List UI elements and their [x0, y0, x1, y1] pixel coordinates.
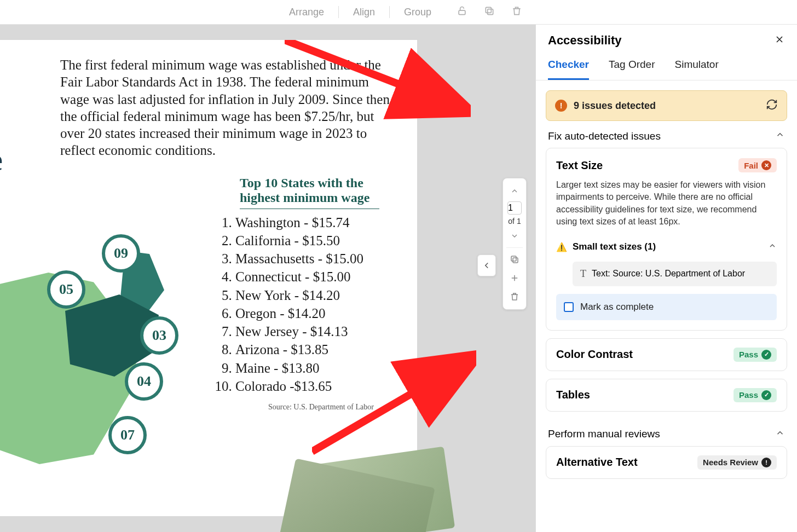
add-page-button[interactable]	[503, 269, 526, 287]
text-size-card: Text Size Fail✕ Larger text sizes may be…	[546, 148, 787, 331]
page-controls: 1 of 1	[503, 178, 527, 310]
chevron-up-icon	[775, 428, 785, 441]
align-button[interactable]: Align	[339, 7, 389, 18]
text-icon: T	[580, 268, 586, 280]
manual-reviews-section[interactable]: Perform manual reviews	[546, 419, 787, 446]
status-badge-pass: Pass✓	[734, 348, 777, 362]
arrange-button[interactable]: Arrange	[275, 7, 338, 18]
alert-icon: !	[555, 100, 567, 112]
svg-line-6	[285, 40, 454, 106]
list-item: California - $15.50	[235, 232, 395, 250]
map-badge-09: 09	[102, 234, 140, 273]
page-number[interactable]: 1	[507, 201, 522, 215]
issues-alert: ! 9 issues detected	[546, 90, 787, 121]
delete-page-button[interactable]	[503, 287, 526, 306]
list-item: Massachusetts - $15.00	[235, 250, 395, 268]
map-badge-07: 07	[108, 416, 147, 454]
top10-heading: Top 10 States with the highest minimum w…	[240, 176, 379, 209]
svg-rect-2	[486, 7, 491, 13]
list-item: Washington - $15.74	[235, 213, 395, 232]
collapse-panel-button[interactable]	[477, 255, 496, 276]
issue-item[interactable]: T Text: Source: U.S. Department of Labor	[573, 262, 777, 286]
copy-page-button[interactable]	[503, 250, 526, 269]
map-badge-03: 03	[140, 316, 178, 355]
list-item: Connecticut - $15.00	[235, 268, 395, 286]
alert-text: 9 issues detected	[574, 100, 759, 112]
status-badge-pass: Pass✓	[734, 388, 777, 402]
small-text-subsection[interactable]: ⚠️Small text sizes (1)	[556, 237, 777, 257]
svg-rect-0	[459, 10, 465, 14]
chevron-up-icon	[768, 241, 777, 253]
page-down-button[interactable]	[503, 227, 526, 245]
annotation-arrow	[285, 40, 471, 122]
card-title: Text Size	[556, 159, 603, 172]
tab-tag-order[interactable]: Tag Order	[609, 53, 655, 80]
chevron-up-icon	[775, 130, 785, 142]
list-item: New Jersey - $14.13	[235, 322, 395, 340]
canvas-area[interactable]: ge The first federal minimum wage was es…	[0, 25, 535, 532]
page-up-button[interactable]	[503, 182, 526, 200]
lock-icon[interactable]	[457, 5, 467, 19]
trash-icon[interactable]	[511, 5, 522, 19]
group-button[interactable]: Group	[390, 7, 446, 18]
accessibility-panel: Accessibility Checker Tag Order Simulato…	[535, 25, 797, 532]
status-badge-needs-review: Needs Review!	[697, 455, 777, 470]
duplicate-icon[interactable]	[484, 5, 495, 19]
top-toolbar: Arrange Align Group	[0, 0, 797, 25]
panel-tabs: Checker Tag Order Simulator	[536, 53, 797, 80]
list-item: New York - $14.20	[235, 286, 395, 304]
svg-rect-4	[511, 256, 516, 261]
panel-title: Accessibility	[548, 33, 622, 48]
mark-complete-row[interactable]: Mark as complete	[556, 294, 777, 320]
map-illustration: 09 05 03 04 07	[0, 234, 208, 470]
annotation-arrow	[312, 348, 476, 457]
svg-rect-1	[488, 9, 493, 15]
list-item: Oregon - $14.20	[235, 304, 395, 322]
close-icon[interactable]	[774, 34, 785, 47]
tab-checker[interactable]: Checker	[548, 53, 589, 80]
alt-text-card[interactable]: Alternative Text Needs Review!	[546, 446, 787, 479]
refresh-icon[interactable]	[766, 99, 778, 113]
tables-card[interactable]: Tables Pass✓	[546, 379, 787, 412]
page-of-label: of 1	[508, 216, 521, 227]
map-badge-05: 05	[47, 270, 85, 309]
status-badge-fail: Fail✕	[738, 158, 777, 172]
warning-icon: ⚠️	[556, 242, 567, 252]
svg-line-8	[312, 364, 463, 452]
map-badge-04: 04	[125, 362, 163, 401]
fix-issues-section[interactable]: Fix auto-detected issues	[546, 121, 787, 148]
checkbox[interactable]	[564, 302, 574, 312]
card-description: Larger text sizes may be easier for view…	[556, 179, 777, 228]
color-contrast-card[interactable]: Color Contrast Pass✓	[546, 338, 787, 371]
tab-simulator[interactable]: Simulator	[674, 53, 718, 80]
page-title-cutoff: ge	[0, 141, 3, 178]
svg-rect-3	[513, 258, 518, 263]
